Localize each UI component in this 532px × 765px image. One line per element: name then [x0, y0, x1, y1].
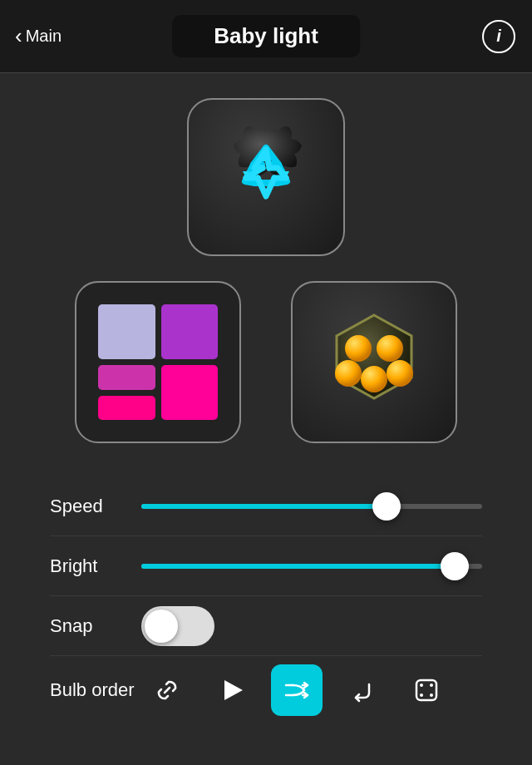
bulb-order-buttons: [141, 664, 452, 716]
svg-point-16: [430, 684, 433, 687]
bulb-order-label: Bulb order: [50, 679, 141, 701]
recycle-sync-icon: [212, 123, 320, 231]
play-icon: [216, 674, 248, 706]
icons-row: [75, 281, 457, 443]
speed-label: Speed: [50, 496, 141, 517]
svg-point-15: [420, 684, 423, 687]
return-icon: [346, 674, 377, 706]
svg-point-18: [430, 693, 433, 697]
speed-track-fill: [141, 504, 387, 509]
bright-thumb[interactable]: [441, 552, 469, 580]
svg-rect-14: [416, 680, 436, 700]
bright-track-fill: [141, 564, 455, 569]
controls-section: Speed Bright Snap Bulb order: [33, 476, 499, 724]
play-button[interactable]: [206, 664, 258, 716]
back-label: Main: [26, 27, 62, 46]
color-cell-tl: [98, 304, 155, 359]
main-content: Speed Bright Snap Bulb order: [0, 73, 532, 749]
color-cell-bl2: [98, 396, 155, 421]
speed-slider[interactable]: [141, 504, 482, 509]
svg-point-4: [345, 335, 372, 362]
bright-slider-row: Bright: [50, 536, 482, 596]
bright-slider[interactable]: [141, 564, 482, 569]
dice-button[interactable]: [401, 664, 452, 716]
svg-point-17: [420, 693, 423, 697]
return-button[interactable]: [336, 664, 387, 716]
snap-toggle-knob: [145, 610, 178, 643]
speed-thumb[interactable]: [372, 492, 401, 521]
hexagon-dots-icon: [312, 300, 436, 425]
page-title: Baby light: [172, 15, 360, 57]
color-cell-br: [161, 365, 219, 420]
color-cell-bl-group: [98, 365, 155, 420]
shuffle-icon: [281, 674, 313, 706]
header: ‹ Main Baby light i: [0, 0, 532, 73]
shuffle-button[interactable]: [271, 664, 323, 716]
snap-toggle[interactable]: [141, 606, 214, 646]
svg-point-5: [377, 335, 403, 362]
color-cell-bl1: [98, 365, 155, 390]
bulb-order-row: Bulb order: [50, 656, 482, 724]
snap-toggle-row: Snap: [50, 596, 482, 656]
svg-point-8: [387, 360, 413, 387]
speed-slider-row: Speed: [50, 476, 482, 536]
color-grid: [91, 298, 224, 427]
snap-label: Snap: [50, 615, 141, 637]
recycle-sync-button[interactable]: [187, 98, 345, 256]
color-grid-button[interactable]: [75, 281, 241, 443]
link-button[interactable]: [141, 664, 193, 716]
info-icon: i: [496, 27, 501, 46]
back-button[interactable]: ‹ Main: [0, 0, 76, 72]
hexagon-dots-button[interactable]: [291, 281, 457, 443]
dice-icon: [411, 674, 442, 706]
info-button[interactable]: i: [482, 20, 515, 53]
link-icon: [151, 674, 183, 706]
svg-marker-9: [224, 680, 243, 700]
color-cell-tr: [161, 304, 219, 359]
bright-label: Bright: [50, 555, 141, 577]
svg-point-7: [361, 366, 387, 392]
svg-point-6: [335, 360, 362, 387]
back-arrow-icon: ‹: [15, 23, 22, 49]
